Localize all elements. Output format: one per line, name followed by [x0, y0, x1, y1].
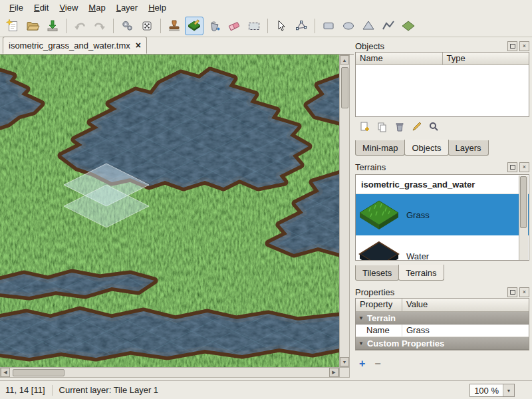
close-tab-icon[interactable]: × [136, 41, 141, 50]
float-icon [510, 290, 515, 295]
tileset-tab-bar: Tilesets Terrains [355, 263, 444, 281]
tab-layers[interactable]: Layers [448, 140, 489, 156]
insert-ellipse-icon [341, 19, 356, 33]
automapping-button[interactable] [118, 17, 136, 35]
insert-ellipse-button[interactable] [339, 17, 358, 35]
select-objects-button[interactable] [272, 17, 291, 35]
terrain-scroll-thumb[interactable] [520, 176, 527, 228]
tab-terrains[interactable]: Terrains [398, 265, 444, 281]
objects-table-body[interactable] [356, 65, 529, 117]
remove-property-button[interactable]: − [374, 359, 380, 368]
insert-rectangle-button[interactable] [319, 17, 338, 35]
terrains-panel-title: Terrains [355, 162, 386, 172]
scroll-down-icon[interactable]: ▼ [340, 357, 349, 366]
goto-object-button[interactable] [427, 120, 440, 133]
eraser-icon [227, 19, 241, 33]
properties-table-header: Property Value [356, 299, 529, 312]
terrain-item-label: Water [406, 251, 429, 261]
property-group-label: Custom Properties [367, 338, 444, 348]
automapping-icon [120, 19, 134, 33]
toolbar-separator [66, 19, 66, 33]
toolbar-separator [315, 19, 315, 33]
edit-object-button[interactable] [410, 120, 423, 133]
float-panel-button[interactable] [507, 287, 517, 297]
float-icon [510, 44, 515, 49]
zoom-select[interactable]: 100 % ▼ [469, 384, 515, 397]
menu-file[interactable]: File [4, 1, 29, 14]
stamp-brush-button[interactable] [165, 17, 184, 35]
close-panel-button[interactable]: × [519, 162, 529, 172]
main-toolbar [0, 15, 532, 37]
horizontal-scrollbar[interactable]: ◀ ▶ [0, 367, 339, 378]
objects-table: Name Type [355, 52, 529, 117]
vertical-scroll-thumb[interactable] [341, 67, 348, 108]
close-panel-button[interactable]: × [519, 287, 529, 297]
redo-button[interactable] [90, 17, 109, 35]
close-panel-button[interactable]: × [519, 41, 529, 51]
add-property-button[interactable]: + [359, 359, 365, 368]
open-button[interactable] [23, 17, 42, 35]
float-panel-button[interactable] [507, 41, 517, 51]
menu-help[interactable]: Help [143, 1, 172, 14]
insert-polyline-button[interactable] [379, 17, 398, 35]
remove-object-button[interactable] [392, 120, 406, 133]
properties-table: Property Value ▼ Terrain Name Grass ▼ Cu… [355, 298, 529, 350]
menu-view[interactable]: View [54, 1, 83, 14]
map-canvas[interactable] [0, 55, 339, 367]
terrain-list-scrollbar[interactable] [519, 176, 528, 261]
document-tab[interactable]: isometric_grass_and_water.tmx × [3, 37, 147, 54]
chevron-down-icon: ▼ [358, 315, 364, 321]
document-tab-title: isometric_grass_and_water.tmx [9, 41, 130, 51]
menu-map[interactable]: Map [83, 1, 110, 14]
edit-polygons-button[interactable] [292, 17, 311, 35]
new-map-icon [5, 19, 20, 33]
random-mode-button[interactable] [138, 17, 156, 35]
menu-edit[interactable]: Edit [29, 1, 54, 14]
toolbar-separator [160, 19, 161, 33]
tab-tilesets[interactable]: Tilesets [355, 265, 399, 281]
duplicate-object-icon [376, 121, 388, 132]
horizontal-scroll-thumb[interactable] [13, 369, 65, 376]
objects-column-type: Type [443, 53, 529, 65]
bucket-fill-button[interactable] [205, 17, 223, 35]
eraser-button[interactable] [225, 17, 243, 35]
grass-tile-icon [358, 200, 400, 230]
properties-toolbar: + − [359, 359, 381, 368]
undo-button[interactable] [70, 17, 89, 35]
terrain-item-label: Grass [406, 210, 430, 220]
duplicate-object-button[interactable] [375, 120, 388, 133]
objects-panel-title-bar: Objects × [355, 40, 529, 52]
scroll-left-icon[interactable]: ◀ [1, 368, 10, 377]
tab-objects[interactable]: Objects [404, 140, 448, 156]
terrains-panel-title-bar: Terrains × [355, 161, 529, 173]
select-objects-icon [274, 19, 289, 33]
tab-mini-map[interactable]: Mini-map [355, 140, 405, 156]
toolbar-separator [113, 19, 114, 33]
pencil-icon [411, 121, 422, 132]
terrain-item-grass[interactable]: Grass [356, 194, 529, 235]
property-group-custom[interactable]: ▼ Custom Properties [356, 337, 529, 350]
property-value[interactable]: Grass [402, 325, 529, 336]
terrain-brush-button[interactable] [185, 17, 203, 35]
insert-polygon-button[interactable] [359, 17, 378, 35]
new-map-button[interactable] [3, 17, 22, 35]
add-object-button[interactable] [358, 120, 371, 133]
float-panel-button[interactable] [507, 162, 517, 172]
terrain-item-water[interactable]: Water [356, 235, 529, 261]
isometric-map-view [0, 55, 339, 367]
trash-icon [394, 121, 405, 132]
save-button[interactable] [43, 17, 62, 35]
property-group-terrain[interactable]: ▼ Terrain [356, 312, 529, 325]
terrain-brush-icon [187, 19, 201, 33]
rectangular-select-button[interactable] [245, 17, 263, 35]
vertical-scrollbar[interactable]: ▲ ▼ [339, 55, 350, 367]
property-row-name[interactable]: Name Grass [356, 325, 529, 337]
insert-polygon-icon [361, 19, 376, 33]
scroll-up-icon[interactable]: ▲ [340, 55, 349, 65]
scroll-right-icon[interactable]: ▶ [329, 368, 338, 377]
properties-column-value: Value [402, 299, 529, 311]
chevron-down-icon: ▼ [503, 384, 514, 396]
property-group-label: Terrain [367, 313, 396, 323]
insert-tile-button[interactable] [399, 17, 418, 35]
menu-layer[interactable]: Layer [111, 1, 144, 14]
